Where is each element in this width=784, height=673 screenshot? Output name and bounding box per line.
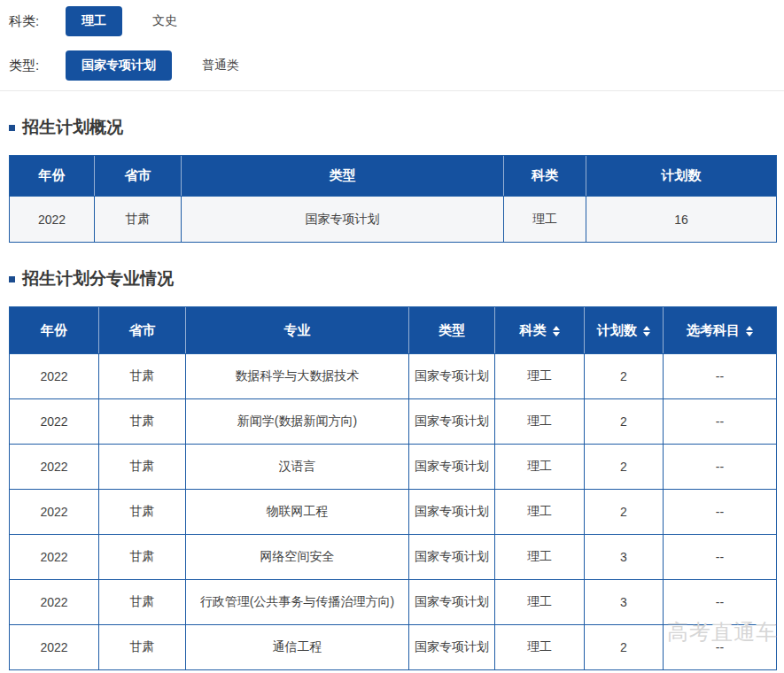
sort-up-arrow-icon — [643, 326, 650, 330]
table-cell: -- — [663, 489, 776, 534]
majors-table: 年份省市专业类型科类计划数选考科目 2022甘肃数据科学与大数据技术国家专项计划… — [9, 306, 777, 670]
table-cell: 2022 — [10, 534, 98, 579]
table-cell: 新闻学(数据新闻方向) — [185, 398, 408, 444]
table-cell: -- — [663, 398, 776, 444]
filter-option[interactable]: 理工 — [66, 6, 122, 36]
table-cell: 理工 — [494, 534, 584, 579]
table-cell: 国家专项计划 — [181, 196, 503, 242]
column-header: 科类 — [503, 156, 586, 196]
table-cell: 汉语言 — [185, 444, 408, 489]
section-title-text: 招生计划概况 — [22, 116, 123, 139]
column-header[interactable]: 计划数 — [584, 307, 663, 353]
table-cell: 2022 — [10, 444, 98, 489]
table-row: 2022甘肃数据科学与大数据技术国家专项计划理工2-- — [10, 353, 776, 398]
table-cell: 国家专项计划 — [408, 444, 494, 489]
sort-up-arrow-icon — [553, 326, 560, 330]
majors-header-row: 年份省市专业类型科类计划数选考科目 — [10, 307, 776, 353]
table-cell: 甘肃 — [98, 398, 185, 444]
section-title: 招生计划分专业情况 — [9, 267, 775, 290]
table-cell: 3 — [584, 579, 663, 624]
table-cell: 2 — [584, 398, 663, 444]
table-cell: 网络空间安全 — [185, 534, 408, 579]
table-cell: 甘肃 — [98, 534, 185, 579]
filter-option[interactable]: 文史 — [136, 6, 193, 36]
filter-option[interactable]: 国家专项计划 — [66, 50, 172, 81]
table-cell: 2022 — [10, 398, 98, 444]
table-cell: 理工 — [494, 398, 584, 444]
table-cell: 3 — [584, 534, 663, 579]
table-row: 2022甘肃网络空间安全国家专项计划理工3-- — [10, 534, 776, 579]
filter-row: 类型:国家专项计划普通类 — [9, 51, 775, 80]
table-cell: 国家专项计划 — [408, 489, 494, 534]
majors-body: 2022甘肃数据科学与大数据技术国家专项计划理工2--2022甘肃新闻学(数据新… — [10, 353, 776, 669]
section-title: 招生计划概况 — [9, 116, 775, 139]
sort-up-arrow-icon — [746, 326, 753, 330]
column-header: 计划数 — [586, 156, 776, 196]
table-cell: 行政管理(公共事务与传播治理方向) — [185, 579, 408, 624]
table-cell: 2022 — [10, 353, 98, 398]
column-header: 专业 — [185, 307, 408, 353]
table-cell: 2022 — [10, 196, 94, 242]
table-row: 2022甘肃汉语言国家专项计划理工2-- — [10, 444, 776, 489]
column-header: 类型 — [408, 307, 494, 353]
column-header-label: 专业 — [284, 322, 311, 337]
overview-table: 年份省市类型科类计划数 2022甘肃国家专项计划理工16 — [9, 155, 777, 243]
table-cell: 理工 — [494, 489, 584, 534]
sort-down-arrow-icon — [643, 332, 650, 336]
column-header-label: 选考科目 — [687, 322, 740, 337]
section-majors: 招生计划分专业情况 年份省市专业类型科类计划数选考科目 2022甘肃数据科学与大… — [0, 267, 784, 670]
column-header[interactable]: 科类 — [494, 307, 584, 353]
table-row: 2022甘肃物联网工程国家专项计划理工2-- — [10, 489, 776, 534]
sort-icon[interactable] — [746, 326, 753, 336]
overview-body: 2022甘肃国家专项计划理工16 — [10, 196, 776, 242]
table-cell: 通信工程 — [185, 624, 408, 669]
column-header: 省市 — [98, 307, 185, 353]
filter-label: 类型: — [9, 58, 66, 74]
table-cell: 甘肃 — [94, 196, 181, 242]
table-row: 2022甘肃新闻学(数据新闻方向)国家专项计划理工2-- — [10, 398, 776, 444]
table-cell: 甘肃 — [98, 353, 185, 398]
table-row: 2022甘肃行政管理(公共事务与传播治理方向)国家专项计划理工3-- — [10, 579, 776, 624]
table-cell: 国家专项计划 — [408, 353, 494, 398]
table-cell: -- — [663, 444, 776, 489]
table-cell: -- — [663, 579, 776, 624]
table-row: 2022甘肃国家专项计划理工16 — [10, 196, 776, 242]
table-cell: 数据科学与大数据技术 — [185, 353, 408, 398]
column-header: 年份 — [10, 156, 94, 196]
table-cell: 物联网工程 — [185, 489, 408, 534]
column-header: 省市 — [94, 156, 181, 196]
table-cell: 国家专项计划 — [408, 579, 494, 624]
column-header-label: 年份 — [41, 322, 67, 337]
section-title-text: 招生计划分专业情况 — [22, 267, 174, 290]
table-cell: 2 — [584, 489, 663, 534]
sort-down-arrow-icon — [746, 332, 753, 336]
table-cell: 2022 — [10, 624, 98, 669]
table-cell: 2 — [584, 624, 663, 669]
filter-label: 科类: — [9, 13, 66, 30]
table-cell: 国家专项计划 — [408, 534, 494, 579]
table-cell: 甘肃 — [98, 624, 185, 669]
table-cell: 2 — [584, 444, 663, 489]
column-header: 类型 — [181, 156, 503, 196]
table-cell: 理工 — [503, 196, 586, 242]
table-cell: 16 — [586, 196, 776, 242]
table-cell: 理工 — [494, 353, 584, 398]
filter-option[interactable]: 普通类 — [186, 50, 255, 81]
table-cell: -- — [663, 624, 776, 669]
column-header-label: 科类 — [520, 322, 547, 337]
sort-icon[interactable] — [643, 326, 650, 336]
table-cell: 理工 — [494, 444, 584, 489]
sort-icon[interactable] — [553, 326, 560, 336]
column-header[interactable]: 选考科目 — [663, 307, 776, 353]
table-cell: 国家专项计划 — [408, 398, 494, 444]
table-row: 2022甘肃通信工程国家专项计划理工2-- — [10, 624, 776, 669]
table-cell: 2022 — [10, 579, 98, 624]
section-overview: 招生计划概况 年份省市类型科类计划数 2022甘肃国家专项计划理工16 — [0, 116, 784, 243]
square-bullet-icon — [9, 125, 15, 131]
table-cell: 甘肃 — [98, 489, 185, 534]
column-header-label: 省市 — [129, 322, 156, 337]
table-cell: 理工 — [494, 624, 584, 669]
table-cell: 国家专项计划 — [408, 624, 494, 669]
column-header: 年份 — [10, 307, 98, 353]
column-header-label: 类型 — [439, 322, 465, 337]
